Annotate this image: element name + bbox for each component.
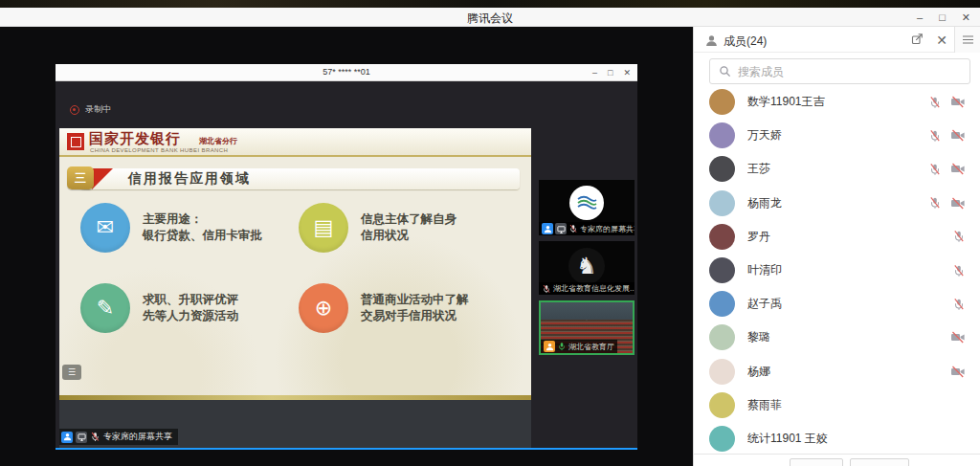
members-icon [705,33,718,51]
footer-button-2[interactable] [850,458,909,466]
avatar [709,122,735,148]
thumbnail-participant: ♞ 湖北省教育信息化发展... [539,241,635,295]
popout-panel-button[interactable] [911,32,924,49]
mic-active-icon [557,342,567,351]
close-button[interactable]: ✕ [962,8,970,27]
video-tile-name-label: 专家席的屏幕共享 [59,429,178,445]
main-stage: 57* **** **01 – □ ✕ 录制中 国家开发银行 [0,27,693,466]
bank-name-en: CHINA DEVELOPMENT BANK HUBEI BRANCH [90,147,228,153]
presentation-slide: 国家开发银行 湖北省分行 CHINA DEVELOPMENT BANK HUBE… [59,128,531,400]
mic-muted-icon [928,96,942,109]
video-tile-name: 专家席的屏幕共享 [103,431,172,443]
member-name: 蔡雨菲 [747,397,966,413]
active-tile-underline [56,448,637,450]
member-name: 黎璐 [747,329,950,345]
app-title: 腾讯会议 [0,11,980,27]
app-titlebar[interactable]: 腾讯会议 – □ ✕ [0,8,980,27]
slide-item-icon: ✎ [80,283,130,333]
member-name: 叶清印 [747,262,952,278]
member-row[interactable]: 统计11901 王姣 [694,422,980,454]
member-name: 罗丹 [747,229,952,245]
desktop-edge-strip [0,0,980,8]
slide-item-text: 求职、升职评优评 先等人力资源活动 [143,292,238,324]
avatar [709,156,735,182]
member-row[interactable]: 叶清印 [694,254,980,287]
shared-window-titlebar: 57* **** **01 – □ ✕ [56,64,637,81]
avatar [709,190,735,216]
avatar [709,324,735,350]
maximize-button[interactable]: □ [939,8,946,27]
mic-muted-icon [952,264,966,277]
members-panel-header: 成员(24) ✕ [694,27,980,53]
member-row[interactable]: 罗丹 [694,220,980,254]
avatar [709,392,735,418]
avatar [709,89,735,115]
member-row[interactable]: 赵子禹 [694,287,980,321]
members-panel-footer [694,454,980,466]
camera-muted-icon [950,129,966,142]
mic-muted-icon [568,224,578,233]
member-name: 杨娜 [747,364,950,380]
mic-muted-icon [952,230,966,243]
member-status [952,230,966,243]
mic-muted-icon [952,298,966,311]
recording-indicator: 录制中 [70,103,111,116]
bank-header: 国家开发银行 湖北省分行 CHINA DEVELOPMENT BANK HUBE… [59,128,531,157]
member-row[interactable]: 万天娇 [694,119,980,152]
member-name: 王莎 [747,161,928,177]
waves-logo-icon [569,186,604,220]
close-panel-button[interactable]: ✕ [936,33,947,47]
slide-item-icon: ⊕ [299,283,348,333]
panel-menu-button[interactable] [954,27,980,53]
member-row[interactable]: 王莎 [694,152,980,186]
minimize-button[interactable]: – [917,8,923,27]
member-status [950,366,966,378]
mic-muted-icon [542,284,551,294]
mic-muted-icon [90,432,100,442]
search-icon [719,65,731,78]
member-row[interactable]: 杨娜 [694,355,980,388]
avatar [709,257,735,283]
slide-title-row: 三 信用报告应用领域 [67,166,520,191]
slide-item-text: 主要用途： 银行贷款、信用卡审批 [143,211,262,244]
member-list: 数学11901王吉 万天娇 [694,85,980,454]
member-row[interactable]: 杨雨龙 [694,187,980,220]
footer-button-1[interactable] [790,458,843,466]
member-name: 统计11901 王姣 [747,431,966,447]
member-row[interactable]: 数学11901王吉 [694,85,980,119]
mic-muted-icon [928,129,942,143]
shared-screen-video-tile[interactable]: 57* **** **01 – □ ✕ 录制中 国家开发银行 [56,64,637,450]
recording-label: 录制中 [85,103,111,116]
thumbnail-screen-share: 专家席的屏幕共享 [539,180,635,235]
member-row[interactable]: 蔡雨菲 [694,388,980,422]
member-status [928,129,966,143]
slide-item-icon: ✉ [80,203,130,253]
thumbnail-label: 湖北省教育信息化发展... [553,283,635,294]
camera-muted-icon [950,163,966,175]
avatar [709,359,735,385]
shared-thumbnail-strip: 专家席的屏幕共享 ♞ 湖北省教育信息化发展... [539,81,635,450]
member-status [952,264,966,277]
presenter-list-button: ☰ [62,365,81,380]
member-search-input[interactable] [738,65,961,78]
shared-maximize-glyph: □ [608,68,612,78]
screen-share-icon [76,432,87,443]
member-status [928,96,966,109]
member-row[interactable]: 黎璐 [694,321,980,354]
hamburger-icon [963,35,973,44]
thumbnail-label: 湖北省教育厅 [568,342,614,352]
camera-muted-icon [950,366,966,378]
slide-title-arrow [92,168,113,189]
section-marker-icon: 三 [67,166,94,189]
mic-muted-icon [928,196,942,210]
members-panel-title: 成员(24) [724,33,767,50]
member-role-icon [61,432,73,443]
shared-window-body: 录制中 国家开发银行 湖北省分行 CHINA DEVELOPMENT BANK … [56,81,637,450]
member-search-box[interactable] [709,58,970,84]
slide-item-text: 信息主体了解自身 信用状况 [361,211,457,244]
slide-items-grid: ✉ 主要用途： 银行贷款、信用卡审批 ▤ 信息主体了解自身 信用状况 ✎ 求职、… [80,201,517,335]
slide-item: ⊕ 普通商业活动中了解 交易对手信用状况 [299,281,517,335]
camera-muted-icon [950,96,966,108]
member-status [928,163,966,176]
slide-item: ▤ 信息主体了解自身 信用状况 [299,201,517,255]
